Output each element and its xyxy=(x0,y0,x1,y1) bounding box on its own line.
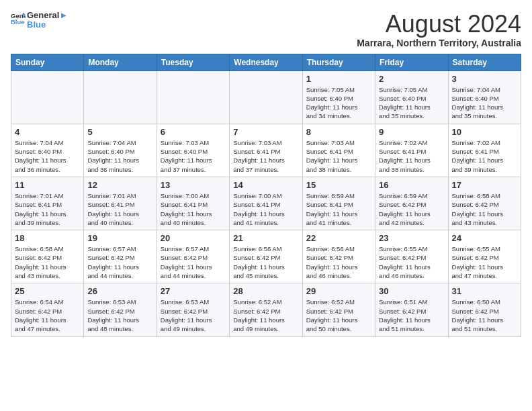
day-info: Sunrise: 6:56 AM Sunset: 6:42 PM Dayligh… xyxy=(306,244,371,280)
day-info: Sunrise: 7:04 AM Sunset: 6:40 PM Dayligh… xyxy=(15,138,80,174)
day-info: Sunrise: 7:01 AM Sunset: 6:41 PM Dayligh… xyxy=(87,191,152,227)
day-cell: 11Sunrise: 7:01 AM Sunset: 6:41 PM Dayli… xyxy=(11,177,84,230)
day-info: Sunrise: 7:04 AM Sunset: 6:40 PM Dayligh… xyxy=(452,85,517,121)
day-cell: 27Sunrise: 6:53 AM Sunset: 6:42 PM Dayli… xyxy=(157,283,229,336)
logo: General Blue General► Blue xyxy=(11,11,68,30)
day-info: Sunrise: 6:57 AM Sunset: 6:42 PM Dayligh… xyxy=(161,244,226,280)
week-row-5: 25Sunrise: 6:54 AM Sunset: 6:42 PM Dayli… xyxy=(11,283,521,336)
svg-text:Blue: Blue xyxy=(11,18,25,26)
day-info: Sunrise: 6:59 AM Sunset: 6:41 PM Dayligh… xyxy=(306,191,371,227)
day-cell: 25Sunrise: 6:54 AM Sunset: 6:42 PM Dayli… xyxy=(11,283,84,336)
day-cell: 4Sunrise: 7:04 AM Sunset: 6:40 PM Daylig… xyxy=(11,124,84,177)
day-cell: 8Sunrise: 7:03 AM Sunset: 6:41 PM Daylig… xyxy=(302,124,375,177)
day-number: 14 xyxy=(233,180,298,190)
day-info: Sunrise: 7:05 AM Sunset: 6:40 PM Dayligh… xyxy=(306,85,371,121)
day-cell: 16Sunrise: 6:59 AM Sunset: 6:42 PM Dayli… xyxy=(375,177,448,230)
day-info: Sunrise: 6:53 AM Sunset: 6:42 PM Dayligh… xyxy=(161,298,226,333)
day-info: Sunrise: 6:58 AM Sunset: 6:42 PM Dayligh… xyxy=(452,191,517,227)
day-info: Sunrise: 6:58 AM Sunset: 6:42 PM Dayligh… xyxy=(15,244,80,280)
day-number: 17 xyxy=(452,180,517,190)
day-cell: 30Sunrise: 6:51 AM Sunset: 6:42 PM Dayli… xyxy=(375,283,448,336)
day-info: Sunrise: 7:03 AM Sunset: 6:40 PM Dayligh… xyxy=(161,138,226,174)
day-number: 30 xyxy=(379,286,444,296)
logo-blue: Blue xyxy=(27,20,68,30)
day-cell: 14Sunrise: 7:00 AM Sunset: 6:41 PM Dayli… xyxy=(230,177,302,230)
day-header-thursday: Thursday xyxy=(302,54,375,71)
day-cell: 28Sunrise: 6:52 AM Sunset: 6:42 PM Dayli… xyxy=(230,283,302,336)
day-info: Sunrise: 6:52 AM Sunset: 6:42 PM Dayligh… xyxy=(306,298,371,333)
week-row-4: 18Sunrise: 6:58 AM Sunset: 6:42 PM Dayli… xyxy=(11,230,521,283)
day-info: Sunrise: 7:02 AM Sunset: 6:41 PM Dayligh… xyxy=(379,138,444,174)
day-cell xyxy=(84,71,157,124)
day-info: Sunrise: 6:56 AM Sunset: 6:42 PM Dayligh… xyxy=(233,244,298,280)
location-subtitle: Marrara, Northern Territory, Australia xyxy=(357,38,521,48)
day-info: Sunrise: 6:55 AM Sunset: 6:42 PM Dayligh… xyxy=(379,244,444,280)
day-number: 28 xyxy=(233,286,298,296)
day-number: 29 xyxy=(306,286,371,296)
day-number: 21 xyxy=(233,233,298,243)
day-number: 12 xyxy=(87,180,152,190)
day-info: Sunrise: 7:00 AM Sunset: 6:41 PM Dayligh… xyxy=(161,191,226,227)
header-row: SundayMondayTuesdayWednesdayThursdayFrid… xyxy=(11,54,521,71)
day-number: 6 xyxy=(161,127,226,137)
day-cell: 7Sunrise: 7:03 AM Sunset: 6:41 PM Daylig… xyxy=(230,124,302,177)
day-number: 23 xyxy=(379,233,444,243)
day-cell: 22Sunrise: 6:56 AM Sunset: 6:42 PM Dayli… xyxy=(302,230,375,283)
day-cell: 3Sunrise: 7:04 AM Sunset: 6:40 PM Daylig… xyxy=(448,71,521,124)
day-cell: 2Sunrise: 7:05 AM Sunset: 6:40 PM Daylig… xyxy=(375,71,448,124)
day-number: 3 xyxy=(452,74,517,84)
calendar-table: SundayMondayTuesdayWednesdayThursdayFrid… xyxy=(11,54,521,337)
logo-triangle: ► xyxy=(59,10,68,20)
day-number: 10 xyxy=(452,127,517,137)
day-info: Sunrise: 7:00 AM Sunset: 6:41 PM Dayligh… xyxy=(233,191,298,227)
day-info: Sunrise: 7:01 AM Sunset: 6:41 PM Dayligh… xyxy=(15,191,80,227)
day-number: 7 xyxy=(233,127,298,137)
day-cell: 10Sunrise: 7:02 AM Sunset: 6:41 PM Dayli… xyxy=(448,124,521,177)
day-number: 2 xyxy=(379,74,444,84)
day-number: 1 xyxy=(306,74,371,84)
day-info: Sunrise: 7:02 AM Sunset: 6:41 PM Dayligh… xyxy=(452,138,517,174)
day-number: 9 xyxy=(379,127,444,137)
day-number: 31 xyxy=(452,286,517,296)
day-cell xyxy=(230,71,302,124)
month-title: August 2024 xyxy=(357,11,521,38)
day-info: Sunrise: 6:51 AM Sunset: 6:42 PM Dayligh… xyxy=(379,298,444,333)
day-cell: 17Sunrise: 6:58 AM Sunset: 6:42 PM Dayli… xyxy=(448,177,521,230)
day-number: 22 xyxy=(306,233,371,243)
week-row-1: 1Sunrise: 7:05 AM Sunset: 6:40 PM Daylig… xyxy=(11,71,521,124)
day-header-sunday: Sunday xyxy=(11,54,84,71)
day-cell: 1Sunrise: 7:05 AM Sunset: 6:40 PM Daylig… xyxy=(302,71,375,124)
day-header-tuesday: Tuesday xyxy=(157,54,229,71)
day-cell: 19Sunrise: 6:57 AM Sunset: 6:42 PM Dayli… xyxy=(84,230,157,283)
page-header: General Blue General► Blue August 2024 M… xyxy=(11,11,521,48)
day-info: Sunrise: 6:57 AM Sunset: 6:42 PM Dayligh… xyxy=(87,244,152,280)
title-block: August 2024 Marrara, Northern Territory,… xyxy=(357,11,521,48)
day-cell: 21Sunrise: 6:56 AM Sunset: 6:42 PM Dayli… xyxy=(230,230,302,283)
day-cell: 12Sunrise: 7:01 AM Sunset: 6:41 PM Dayli… xyxy=(84,177,157,230)
day-number: 8 xyxy=(306,127,371,137)
day-cell: 24Sunrise: 6:55 AM Sunset: 6:42 PM Dayli… xyxy=(448,230,521,283)
day-cell: 18Sunrise: 6:58 AM Sunset: 6:42 PM Dayli… xyxy=(11,230,84,283)
day-info: Sunrise: 6:50 AM Sunset: 6:42 PM Dayligh… xyxy=(452,298,517,333)
day-number: 19 xyxy=(87,233,152,243)
day-cell: 29Sunrise: 6:52 AM Sunset: 6:42 PM Dayli… xyxy=(302,283,375,336)
week-row-3: 11Sunrise: 7:01 AM Sunset: 6:41 PM Dayli… xyxy=(11,177,521,230)
day-cell: 23Sunrise: 6:55 AM Sunset: 6:42 PM Dayli… xyxy=(375,230,448,283)
day-cell: 31Sunrise: 6:50 AM Sunset: 6:42 PM Dayli… xyxy=(448,283,521,336)
day-cell xyxy=(11,71,84,124)
day-number: 18 xyxy=(15,233,80,243)
day-number: 5 xyxy=(87,127,152,137)
day-cell: 26Sunrise: 6:53 AM Sunset: 6:42 PM Dayli… xyxy=(84,283,157,336)
day-header-friday: Friday xyxy=(375,54,448,71)
day-cell: 5Sunrise: 7:04 AM Sunset: 6:40 PM Daylig… xyxy=(84,124,157,177)
day-number: 11 xyxy=(15,180,80,190)
logo-general: General xyxy=(27,10,59,20)
day-number: 27 xyxy=(161,286,226,296)
day-header-wednesday: Wednesday xyxy=(230,54,302,71)
day-number: 4 xyxy=(15,127,80,137)
day-info: Sunrise: 6:59 AM Sunset: 6:42 PM Dayligh… xyxy=(379,191,444,227)
day-number: 13 xyxy=(161,180,226,190)
day-info: Sunrise: 6:52 AM Sunset: 6:42 PM Dayligh… xyxy=(233,298,298,333)
day-number: 24 xyxy=(452,233,517,243)
day-info: Sunrise: 7:05 AM Sunset: 6:40 PM Dayligh… xyxy=(379,85,444,121)
